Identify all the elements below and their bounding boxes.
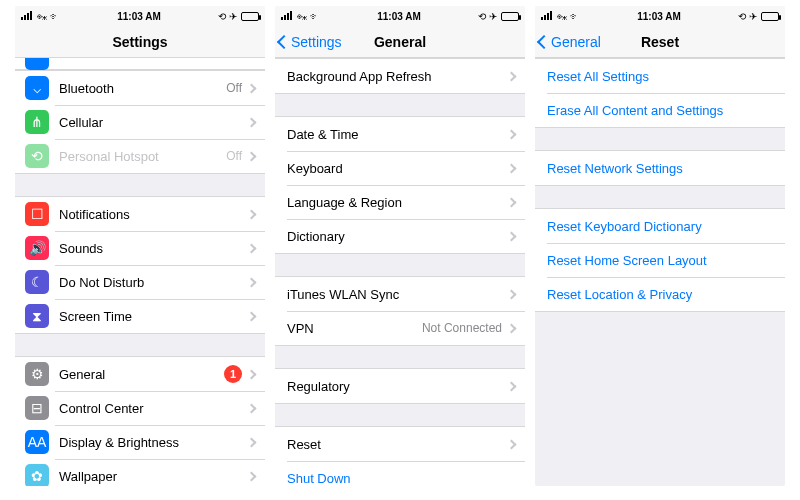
- row-cellular[interactable]: ⋔Cellular: [15, 105, 265, 139]
- group-gap: [275, 346, 525, 368]
- row-label: Reset Keyboard Dictionary: [547, 219, 775, 234]
- content[interactable]: Reset All SettingsErase All Content and …: [535, 58, 785, 486]
- personal-hotspot-icon: ⟲: [25, 144, 49, 168]
- chevron-right-icon: [507, 163, 517, 173]
- group-gap: [275, 254, 525, 276]
- row-reset[interactable]: Reset: [275, 427, 525, 461]
- row-regulatory[interactable]: Regulatory: [275, 369, 525, 403]
- content[interactable]: ⌵BluetoothOff⋔Cellular⟲Personal HotspotO…: [15, 58, 265, 486]
- group-gap: [535, 186, 785, 208]
- row-label: Reset: [287, 437, 508, 452]
- chevron-right-icon: [507, 129, 517, 139]
- row-label: iTunes WLAN Sync: [287, 287, 508, 302]
- group-gap: [535, 128, 785, 150]
- glyph: ⟲: [31, 149, 43, 163]
- chevron-right-icon: [507, 231, 517, 241]
- row-label: Reset Location & Privacy: [547, 287, 775, 302]
- sounds-icon: 🔊: [25, 236, 49, 260]
- battery-icon: [761, 12, 779, 21]
- status-time: 11:03 AM: [320, 11, 478, 22]
- display-brightness-icon: AA: [25, 430, 49, 454]
- row-dictionary[interactable]: Dictionary: [275, 219, 525, 253]
- glyph: ⧗: [32, 309, 42, 323]
- status-bar: ◉⁎ ᯤ 11:03 AM ⟲ ✈︎: [15, 6, 265, 26]
- row-keyboard[interactable]: Keyboard: [275, 151, 525, 185]
- nav-bar: Settings General: [275, 26, 525, 58]
- group: Reset Network Settings: [535, 150, 785, 186]
- row-notifications[interactable]: ☐Notifications: [15, 197, 265, 231]
- row-label: Dictionary: [287, 229, 508, 244]
- group: Date & TimeKeyboardLanguage & RegionDict…: [275, 116, 525, 254]
- group: Background App Refresh: [275, 58, 525, 94]
- row-value: Off: [226, 81, 242, 95]
- row-reset-keyboard-dictionary[interactable]: Reset Keyboard Dictionary: [535, 209, 785, 243]
- glyph: ⋔: [31, 115, 43, 129]
- screen-reset: ◉⁎ ᯤ 11:03 AM ⟲ ✈︎ General Reset Reset A…: [535, 6, 785, 486]
- glyph: AA: [28, 435, 47, 449]
- wifi-icon: ◉⁎ ᯤ: [557, 11, 580, 22]
- screen-time-icon: ⧗: [25, 304, 49, 328]
- row-reset-network-settings[interactable]: Reset Network Settings: [535, 151, 785, 185]
- row-label: Reset Home Screen Layout: [547, 253, 775, 268]
- group: Reset All SettingsErase All Content and …: [535, 58, 785, 128]
- do-not-disturb-icon: ☾: [25, 270, 49, 294]
- row-label: Bluetooth: [59, 81, 226, 96]
- back-button[interactable]: Settings: [275, 34, 342, 50]
- content[interactable]: Background App RefreshDate & TimeKeyboar…: [275, 58, 525, 486]
- back-label: General: [551, 34, 601, 50]
- row-general[interactable]: ⚙General1: [15, 357, 265, 391]
- row-language-region[interactable]: Language & Region: [275, 185, 525, 219]
- nav-title: Settings: [15, 34, 265, 50]
- row-sounds[interactable]: 🔊Sounds: [15, 231, 265, 265]
- row-screen-time[interactable]: ⧗Screen Time: [15, 299, 265, 333]
- row-label: Reset All Settings: [547, 69, 775, 84]
- chevron-right-icon: [247, 117, 257, 127]
- chevron-left-icon: [537, 34, 551, 48]
- row-reset-location-privacy[interactable]: Reset Location & Privacy: [535, 277, 785, 311]
- row-label: Regulatory: [287, 379, 508, 394]
- row-background-app-refresh[interactable]: Background App Refresh: [275, 59, 525, 93]
- row-label: Control Center: [59, 401, 248, 416]
- group-gap: [275, 404, 525, 426]
- row-itunes-wlan-sync[interactable]: iTunes WLAN Sync: [275, 277, 525, 311]
- row-vpn[interactable]: VPNNot Connected: [275, 311, 525, 345]
- group: ResetShut Down: [275, 426, 525, 486]
- row-do-not-disturb[interactable]: ☾Do Not Disturb: [15, 265, 265, 299]
- nav-bar: General Reset: [535, 26, 785, 58]
- partial-row-top: [15, 58, 265, 70]
- status-time: 11:03 AM: [580, 11, 738, 22]
- bluetooth-icon: ⌵: [25, 76, 49, 100]
- group: ⌵BluetoothOff⋔Cellular⟲Personal HotspotO…: [15, 70, 265, 174]
- group-gap: [15, 174, 265, 196]
- row-wallpaper[interactable]: ✿Wallpaper: [15, 459, 265, 486]
- back-button[interactable]: General: [535, 34, 601, 50]
- glyph: ⌵: [33, 81, 41, 95]
- chevron-right-icon: [507, 323, 517, 333]
- row-shut-down[interactable]: Shut Down: [275, 461, 525, 486]
- row-value: Off: [226, 149, 242, 163]
- row-label: VPN: [287, 321, 422, 336]
- row-personal-hotspot: ⟲Personal HotspotOff: [15, 139, 265, 173]
- battery-icon: [241, 12, 259, 21]
- status-extras: ⟲ ✈︎: [478, 11, 497, 22]
- row-label: Cellular: [59, 115, 248, 130]
- row-erase-all-content[interactable]: Erase All Content and Settings: [535, 93, 785, 127]
- back-label: Settings: [291, 34, 342, 50]
- status-bar: ◉⁎ ᯤ 11:03 AM ⟲ ✈︎: [535, 6, 785, 26]
- row-reset-home-screen-layout[interactable]: Reset Home Screen Layout: [535, 243, 785, 277]
- status-bar: ◉⁎ ᯤ 11:03 AM ⟲ ✈︎: [275, 6, 525, 26]
- glyph: ☐: [31, 207, 44, 221]
- row-display-brightness[interactable]: AADisplay & Brightness: [15, 425, 265, 459]
- battery-icon: [501, 12, 519, 21]
- row-date-time[interactable]: Date & Time: [275, 117, 525, 151]
- row-control-center[interactable]: ⊟Control Center: [15, 391, 265, 425]
- row-reset-all-settings[interactable]: Reset All Settings: [535, 59, 785, 93]
- row-label: Shut Down: [287, 471, 515, 486]
- chevron-right-icon: [247, 369, 257, 379]
- notifications-icon: ☐: [25, 202, 49, 226]
- row-bluetooth[interactable]: ⌵BluetoothOff: [15, 71, 265, 105]
- group-gap: [535, 312, 785, 334]
- chevron-right-icon: [247, 83, 257, 93]
- group: iTunes WLAN SyncVPNNot Connected: [275, 276, 525, 346]
- group: ☐Notifications🔊Sounds☾Do Not Disturb⧗Scr…: [15, 196, 265, 334]
